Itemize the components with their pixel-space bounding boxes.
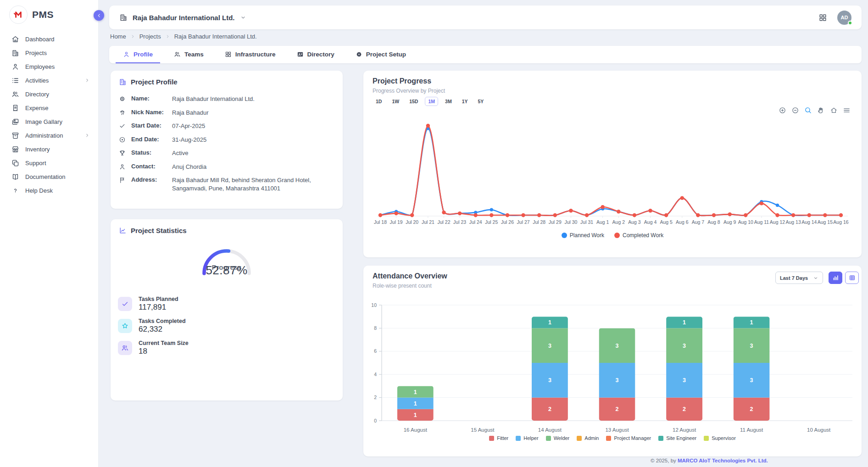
field-label: Nick Name: [131, 109, 167, 116]
chevron-right-icon [84, 78, 90, 83]
help-icon [11, 187, 19, 195]
svg-text:8: 8 [374, 325, 377, 331]
sidebar-item-expense[interactable]: Expense [0, 101, 98, 115]
legend-label: Project Manager [614, 435, 651, 441]
profile-field-nick-name: Nick Name:Raja Bahadur [119, 106, 334, 120]
tab-teams[interactable]: Teams [167, 46, 211, 63]
legend-marker [704, 436, 709, 441]
chevron-left-icon [96, 12, 102, 19]
legend-fitter[interactable]: Fitter [489, 435, 508, 441]
tab-label: Profile [134, 51, 153, 58]
stat-text: Tasks Completed62,332 [139, 318, 186, 334]
period-select[interactable]: Last 7 Days [775, 272, 823, 284]
sidebar-item-projects[interactable]: Projects [0, 46, 98, 60]
sidebar-item-inventory[interactable]: Inventory [0, 142, 98, 156]
progress-line-chart[interactable]: Jul 18Jul 19Jul 20Jul 21Jul 22Jul 23Jul … [363, 115, 862, 234]
range-15d[interactable]: 15D [406, 97, 421, 106]
stat-label: Current Team Size [139, 340, 189, 346]
tab-infrastructure[interactable]: Infrastructure [217, 46, 283, 63]
chart-line-icon [119, 227, 127, 234]
tab-bar: ProfileTeamsInfrastructureDirectoryProje… [109, 46, 862, 63]
profile-field-status: Status:Active [119, 146, 334, 160]
legend-supervisor[interactable]: Supervisor [704, 435, 736, 441]
breadcrumb-item-home[interactable]: Home [110, 33, 126, 40]
sidebar-item-support[interactable]: Support [0, 156, 98, 170]
company-selector[interactable]: Raja Bahadur International Ltd. [119, 13, 246, 22]
svg-text:16 August: 16 August [404, 427, 428, 433]
user-icon [11, 63, 19, 71]
legend-label: Completed Work [623, 232, 663, 239]
sidebar-item-directory[interactable]: Directory [0, 87, 98, 101]
sidebar-item-activities[interactable]: Activities [0, 73, 98, 87]
chevron-down-icon [240, 14, 246, 21]
building-icon [11, 49, 19, 57]
range-5y[interactable]: 5Y [474, 97, 487, 106]
sidebar-item-help-desk[interactable]: Help Desk [0, 183, 98, 197]
legend-planned-work[interactable]: Planned Work [562, 232, 604, 239]
sidebar-item-documentation[interactable]: Documentation [0, 170, 98, 183]
range-1y[interactable]: 1Y [459, 97, 471, 106]
svg-text:3: 3 [683, 343, 686, 349]
attendance-bar-chart[interactable]: 024681011116 August15 August233114 Augus… [363, 298, 862, 440]
legend-welder[interactable]: Welder [546, 435, 570, 441]
apps-grid-icon[interactable] [818, 13, 827, 22]
tab-label: Directory [307, 51, 334, 58]
sidebar-item-label: Help Desk [25, 187, 53, 194]
sidebar-item-image-gallary[interactable]: Image Gallary [0, 115, 98, 128]
svg-text:Jul 21: Jul 21 [422, 219, 434, 225]
svg-text:Jul 31: Jul 31 [580, 219, 593, 225]
legend-admin[interactable]: Admin [577, 435, 599, 441]
svg-text:1: 1 [683, 319, 686, 326]
menu-icon[interactable] [843, 106, 851, 114]
legend-marker [606, 436, 611, 441]
tab-profile[interactable]: Profile [116, 46, 160, 63]
svg-text:Aug 10: Aug 10 [738, 219, 753, 225]
legend-site-engineer[interactable]: Site Engineer [658, 435, 696, 441]
svg-text:Jul 18: Jul 18 [374, 219, 387, 225]
range-1w[interactable]: 1W [389, 97, 402, 106]
range-1d[interactable]: 1D [373, 97, 385, 106]
zoom-out-icon[interactable] [791, 106, 799, 114]
sidebar-item-dashboard[interactable]: Dashboard [0, 32, 98, 46]
svg-text:Jul 26: Jul 26 [501, 219, 514, 225]
svg-text:Aug 1: Aug 1 [596, 219, 609, 225]
sidebar-item-administration[interactable]: Administration [0, 128, 98, 142]
sidebar-collapse-button[interactable] [94, 10, 104, 21]
svg-text:Jul 24: Jul 24 [469, 219, 482, 225]
sidebar-item-employees[interactable]: Employees [0, 60, 98, 73]
range-1m[interactable]: 1M [425, 97, 438, 106]
selection-zoom-icon[interactable] [804, 106, 812, 114]
legend-helper[interactable]: Helper [516, 435, 538, 441]
stat-value: 18 [139, 347, 189, 356]
breadcrumb: HomeProjectsRaja Bahadur International L… [110, 33, 257, 40]
svg-text:Jul 23: Jul 23 [453, 219, 466, 225]
table-view-button[interactable] [845, 272, 859, 284]
svg-text:2: 2 [616, 406, 619, 412]
zoom-in-icon[interactable] [779, 106, 786, 114]
tab-directory[interactable]: Directory [289, 46, 342, 63]
reset-icon[interactable] [830, 106, 838, 114]
profile-field-contact: Contact:Anuj Chordia [119, 160, 334, 174]
legend-project-manager[interactable]: Project Manager [606, 435, 651, 441]
legend-label: Site Engineer [666, 435, 696, 441]
svg-text:13 August: 13 August [605, 427, 629, 433]
svg-text:Jul 30: Jul 30 [564, 219, 577, 225]
avatar-initials: AD [841, 15, 848, 20]
svg-text:Aug 7: Aug 7 [692, 219, 705, 225]
bar-view-button[interactable] [829, 272, 842, 284]
range-3m[interactable]: 3M [442, 97, 455, 106]
tab-project-setup[interactable]: Project Setup [348, 46, 413, 63]
field-value: Anuj Chordia [172, 163, 206, 171]
stat-value: 62,332 [139, 325, 186, 334]
legend-completed-work[interactable]: Completed Work [614, 232, 663, 239]
svg-text:Aug 8: Aug 8 [707, 219, 720, 225]
svg-text:Aug 5: Aug 5 [660, 219, 673, 225]
breadcrumb-item-projects[interactable]: Projects [139, 33, 161, 40]
footer-brand-link[interactable]: MARCO AIoT Technologies Pvt. Ltd. [678, 458, 768, 463]
pan-icon[interactable] [817, 106, 825, 114]
tab-label: Teams [184, 51, 204, 58]
users-icon [174, 51, 181, 58]
svg-text:2: 2 [548, 406, 551, 412]
time-range-buttons: 1D1W15D1M3M1Y5Y [373, 97, 487, 106]
user-avatar[interactable]: AD [837, 11, 851, 25]
